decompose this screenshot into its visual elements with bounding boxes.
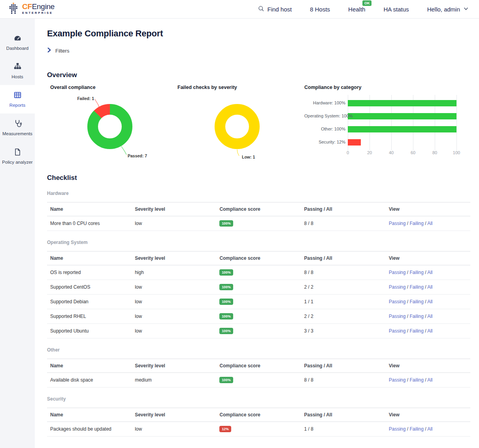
view-passing-link[interactable]: Passing (389, 377, 406, 383)
network-icon (13, 62, 22, 71)
view-links: Passing / Failing / All (386, 265, 470, 280)
view-all-link[interactable]: All (427, 221, 432, 226)
view-failing-link[interactable]: Failing (409, 314, 423, 319)
sidebar-item-label: Dashboard (6, 46, 28, 51)
checklist-table: NameSeverity levelCompliance scorePassin… (47, 359, 470, 388)
column-header: Passing / All (301, 202, 386, 216)
passing-all-value: 3 / 3 (301, 324, 386, 338)
column-header: Compliance score (216, 202, 301, 216)
sidebar-item-label: Policy analyzer (2, 160, 32, 164)
view-passing-link[interactable]: Passing (389, 221, 406, 226)
view-link-separator: / (405, 328, 409, 334)
filters-label: Filters (55, 48, 69, 54)
view-passing-link[interactable]: Passing (389, 426, 406, 432)
column-header: Name (47, 202, 132, 216)
view-all-link[interactable]: All (427, 377, 432, 383)
sidebar-item-policy-analyzer[interactable]: Policy analyzer (0, 142, 35, 170)
find-host-search[interactable]: Find host (258, 5, 292, 13)
view-all-link[interactable]: All (427, 299, 432, 304)
view-all-link[interactable]: All (427, 284, 432, 290)
compliance-score-badge: 100% (219, 284, 233, 290)
compliance-score-cell: 100% (216, 309, 301, 324)
view-failing-link[interactable]: Failing (409, 221, 423, 226)
view-failing-link[interactable]: Failing (409, 270, 423, 275)
checklist-group: SecurityNameSeverity levelCompliance sco… (47, 396, 470, 437)
checklist-table: NameSeverity levelCompliance scorePassin… (47, 251, 470, 338)
cfengine-logo[interactable]: CFEngine ENTERPRISE (9, 3, 55, 15)
health-link[interactable]: Health OK (348, 6, 365, 13)
checklist-table: NameSeverity levelCompliance scorePassin… (47, 408, 470, 437)
column-header: Severity level (132, 251, 216, 265)
sidebar-item-reports[interactable]: Reports (0, 85, 35, 113)
sidebar-item-hosts[interactable]: Hosts (0, 57, 35, 85)
compliance-score-badge: 100% (219, 269, 233, 276)
view-all-link[interactable]: All (427, 270, 432, 275)
passing-all-value: 8 / 8 (301, 216, 386, 231)
view-links: Passing / Failing / All (386, 324, 470, 338)
sidebar-item-measurements[interactable]: Measurements (0, 113, 35, 142)
view-all-link[interactable]: All (427, 426, 432, 432)
severity-level: low (132, 280, 216, 295)
compliance-score-cell: 100% (216, 265, 301, 280)
compliance-score-badge: 100% (219, 313, 233, 319)
view-failing-link[interactable]: Failing (409, 299, 423, 304)
severity-level: high (132, 265, 216, 280)
x-tick-label: 100 (451, 150, 462, 155)
table-row: More than 0 CPU coreslow100%8 / 8Passing… (47, 216, 470, 231)
pie-label-passed: Passed: 7 (128, 153, 147, 158)
check-name: Supported Debian (47, 295, 132, 309)
filters-toggle[interactable]: Filters (47, 47, 69, 54)
view-failing-link[interactable]: Failing (409, 377, 423, 383)
view-passing-link[interactable]: Passing (389, 270, 406, 275)
view-all-link[interactable]: All (427, 314, 432, 319)
view-all-link[interactable]: All (427, 328, 432, 334)
view-failing-link[interactable]: Failing (409, 328, 423, 334)
hosts-count-link[interactable]: 8 Hosts (310, 6, 330, 13)
column-header: Compliance score (216, 359, 301, 373)
checklist-group-title: Hardware (47, 191, 470, 196)
table-row: Supported Debianlow100%1 / 1Passing / Fa… (47, 295, 470, 309)
view-failing-link[interactable]: Failing (409, 284, 423, 290)
passing-all-value: 1 / 1 (301, 295, 386, 309)
chart-title: Failed checks by severity (174, 85, 301, 90)
view-link-separator: / (424, 299, 427, 304)
column-header: Passing / All (301, 408, 386, 422)
passing-all-value: 2 / 2 (301, 280, 386, 295)
table-row: Supported CentOSlow100%2 / 2Passing / Fa… (47, 280, 470, 295)
severity-level: low (132, 216, 216, 231)
health-status-badge: OK (362, 0, 372, 6)
view-link-separator: / (424, 328, 427, 334)
severity-level: medium (132, 373, 216, 388)
view-failing-link[interactable]: Failing (409, 426, 423, 432)
view-link-separator: / (405, 221, 409, 226)
check-name: Supported CentOS (47, 280, 132, 295)
column-header: Passing / All (301, 251, 386, 265)
view-passing-link[interactable]: Passing (389, 328, 406, 334)
x-tick-label: 0 (342, 150, 353, 155)
bar-operating-system (348, 113, 456, 119)
checklist-group: OtherNameSeverity levelCompliance scoreP… (47, 347, 470, 388)
view-link-separator: / (424, 270, 427, 275)
view-link-separator: / (424, 426, 427, 432)
sidebar: DashboardHostsReportsMeasurementsPolicy … (0, 19, 35, 448)
view-passing-link[interactable]: Passing (389, 284, 406, 290)
checklist-group: Operating SystemNameSeverity levelCompli… (47, 240, 470, 338)
view-link-separator: / (424, 284, 427, 290)
chart-title: Overall compliance (47, 85, 177, 90)
document-icon (13, 148, 22, 156)
column-header: Name (47, 408, 132, 422)
severity-level: low (132, 295, 216, 309)
overall-compliance-chart: Overall compliance Failed: 1 Passed: 7 (47, 85, 177, 164)
user-menu[interactable]: Hello, admin (427, 6, 469, 13)
view-link-separator: / (405, 299, 409, 304)
bar-category-label: Operating System: 100% (304, 113, 345, 118)
column-header: Severity level (132, 359, 216, 373)
view-passing-link[interactable]: Passing (389, 299, 406, 304)
table-row: Supported Ubuntulow100%3 / 3Passing / Fa… (47, 324, 470, 338)
view-passing-link[interactable]: Passing (389, 314, 406, 319)
checklist-groups: HardwareNameSeverity levelCompliance sco… (47, 191, 470, 437)
sidebar-item-dashboard[interactable]: Dashboard (0, 28, 35, 57)
x-tick-label: 20 (364, 150, 375, 155)
ha-status-link[interactable]: HA status (383, 6, 409, 13)
overview-heading: Overview (47, 71, 470, 79)
